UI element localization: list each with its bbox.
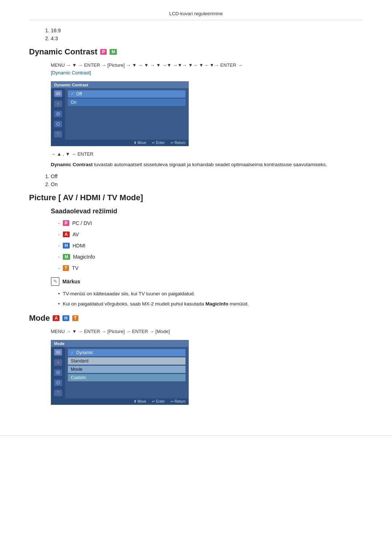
- dc-nav-hint: → ▲ , ▼ → ENTER: [51, 151, 363, 157]
- mode-sidebar: [51, 347, 65, 398]
- modes-list: · P PC / DVI · A AV · H HDMI · M MagicIn…: [58, 219, 363, 272]
- top-divider: [29, 20, 363, 20]
- move-icon: ⬆: [134, 141, 136, 145]
- sidebar-icon-3: [56, 112, 61, 116]
- mode-footer: ⬆ Move ↵ Enter ↩ Return: [51, 398, 188, 405]
- mode-hdmi: · H HDMI: [58, 242, 363, 250]
- dc-footer-move: ⬆ Move: [134, 141, 146, 145]
- svg-rect-8: [57, 132, 59, 134]
- dc-title-bar: Dynamic Contrast: [51, 82, 188, 88]
- badge-a-mode-sec: A: [53, 315, 60, 321]
- bullet-dot-3: ·: [58, 242, 60, 250]
- note-2-text: Kui on paigaldatud võrguboks, saab MX-2 …: [63, 300, 249, 308]
- dc-body-text: Dynamic Contrast tuvastab automaatselt s…: [51, 161, 363, 168]
- dc-icon-4: [54, 121, 62, 127]
- mode-tv: · T TV: [58, 264, 363, 272]
- bullet-dot-2: ·: [58, 231, 60, 238]
- dc-screenshot-container: Dynamic Contrast: [51, 81, 363, 146]
- mode-menu-path: MENU → ▼ → ENTER → [Picture] → ENTER → […: [51, 328, 363, 336]
- dc-body: ✓ Off On: [51, 88, 188, 140]
- svg-point-12: [57, 362, 59, 363]
- mode-label-magicinfo: MagicInfo: [73, 254, 95, 260]
- svg-point-14: [58, 372, 59, 373]
- bullet-dot-1: ·: [58, 219, 60, 227]
- mode-pc-dvi: · P PC / DVI: [58, 219, 363, 227]
- mode-label-av: AV: [73, 231, 79, 237]
- svg-rect-17: [57, 391, 59, 392]
- list-item-43: 4:3: [51, 36, 363, 41]
- dc-body-bold: Dynamic Contrast: [51, 162, 93, 167]
- mode-return-icon: ↩: [171, 399, 173, 403]
- mode-icon-2: [54, 359, 62, 366]
- dc-screenshot: Dynamic Contrast: [51, 81, 189, 146]
- magicinfo-bold: MagicInfo: [205, 301, 228, 307]
- badge-t-mode-sec: T: [72, 315, 78, 321]
- saadaolevad-heading: Saadaolevad režiimid: [51, 208, 363, 215]
- sidebar-icon-5: [56, 132, 61, 136]
- svg-rect-16: [56, 392, 60, 394]
- dc-row-off: ✓ Off: [68, 90, 185, 98]
- mode-icon-3: [54, 369, 62, 376]
- dc-list-on: On: [51, 181, 363, 187]
- dc-footer: ⬆ Move ↵ Enter ↩ Return: [51, 140, 188, 146]
- dc-icon-1: [54, 90, 62, 97]
- mode-move-label: Move: [138, 399, 146, 403]
- dc-icon-2: [54, 100, 62, 107]
- mode-body: ✓ Dynamic Standard Movie Custom: [51, 347, 188, 398]
- mode-row-custom: Custom: [68, 374, 185, 381]
- dc-sidebar: [51, 88, 65, 140]
- bottom-divider: [0, 435, 392, 436]
- dc-return-label: Return: [175, 141, 185, 145]
- mode-sidebar-icon-3: [56, 370, 61, 375]
- mode-enter-icon: ↵: [152, 399, 155, 403]
- dc-list-off: Off: [51, 173, 363, 179]
- mode-checkmark: ✓: [71, 350, 74, 355]
- mode-magicinfo: · M MagicInfo: [58, 253, 363, 261]
- note-1-text: TV-menüü on kättesaadav siis, kui TV tuu…: [63, 290, 195, 297]
- dc-icon-5: [54, 131, 62, 138]
- dc-move-label: Move: [138, 141, 146, 145]
- page-title: LCD-kuvari reguleerimine: [29, 11, 363, 16]
- badge-m: M: [110, 49, 117, 55]
- dc-footer-return: ↩ Return: [171, 141, 185, 145]
- mode-row-standard: Standard: [68, 357, 185, 365]
- dc-path-line2: [Dynamic Contrast]: [51, 70, 91, 75]
- svg-point-6: [57, 123, 60, 126]
- mode-label-hdmi: HDMI: [73, 243, 86, 249]
- enter-icon: ↵: [152, 141, 155, 145]
- picture-section-heading: Picture [ AV / HDMI / TV Mode]: [29, 193, 363, 202]
- mode-content: ✓ Dynamic Standard Movie Custom: [65, 347, 188, 398]
- mode-section-heading: Mode A H T: [29, 313, 363, 323]
- mode-screenshot-container: Mode: [51, 340, 363, 405]
- dc-checkmark-off: ✓: [71, 91, 74, 96]
- sidebar-icon-2: [56, 102, 61, 106]
- dc-enter-label: Enter: [156, 141, 165, 145]
- mode-sidebar-icon-2: [56, 360, 61, 365]
- mode-sidebar-icon-4: [56, 381, 61, 385]
- dc-row-on: On: [68, 99, 185, 106]
- dc-icon-3: [54, 111, 62, 117]
- mode-enter-label: Enter: [156, 399, 165, 403]
- svg-point-5: [58, 113, 59, 114]
- mode-footer-return: ↩ Return: [171, 399, 185, 403]
- mode-icon-1: [54, 349, 62, 356]
- mode-screenshot: Mode: [51, 340, 189, 405]
- bullet-dot-5: ·: [58, 264, 60, 272]
- mode-label-tv: TV: [72, 265, 78, 271]
- dynamic-contrast-heading: Dynamic Contrast P M: [29, 47, 363, 57]
- dc-option-off: Off: [76, 91, 82, 97]
- dc-content: ✓ Off On: [65, 88, 188, 140]
- badge-h-mode-sec: H: [62, 315, 69, 321]
- mode-option-custom: Custom: [71, 375, 86, 380]
- dc-footer-enter: ↵ Enter: [152, 141, 165, 145]
- mode-option-movie: Movie: [71, 367, 82, 372]
- mode-sidebar-icon-1: [56, 350, 61, 354]
- mode-footer-enter: ↵ Enter: [152, 399, 165, 403]
- return-icon: ↩: [171, 141, 173, 145]
- mode-move-icon: ⬆: [134, 399, 136, 403]
- badge-h-mode: H: [63, 243, 70, 249]
- notes-list: TV-menüü on kättesaadav siis, kui TV tuu…: [58, 290, 363, 308]
- dc-option-on: On: [71, 100, 77, 105]
- mode-footer-move: ⬆ Move: [134, 399, 146, 403]
- mode-option-standard: Standard: [71, 358, 89, 364]
